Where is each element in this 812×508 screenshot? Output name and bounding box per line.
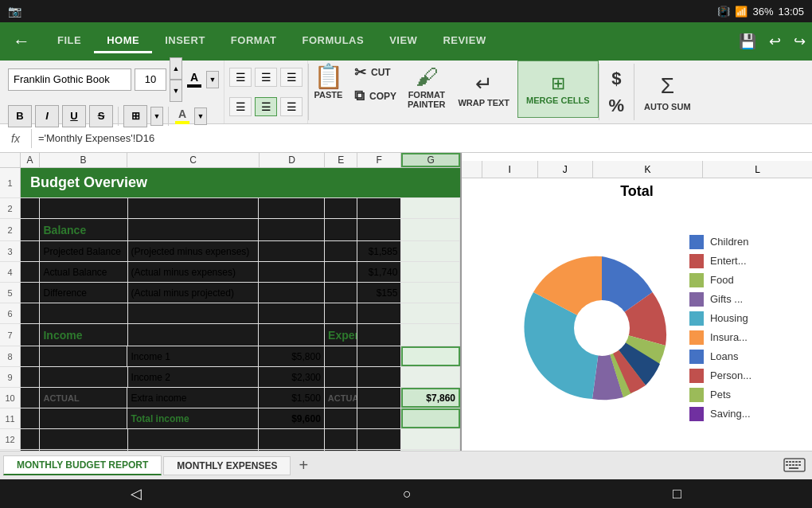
font-size-input[interactable]: [135, 68, 166, 91]
font-color-button[interactable]: A: [185, 69, 203, 89]
underline-button[interactable]: U: [62, 105, 86, 127]
align-left[interactable]: ☰: [229, 97, 252, 116]
cell-10b[interactable]: ACTUAL: [40, 388, 127, 408]
align-top-right[interactable]: ☰: [280, 68, 303, 87]
cell-9d[interactable]: $2,300: [259, 367, 325, 387]
cell-8a[interactable]: [21, 346, 40, 366]
redo-icon[interactable]: ↪: [794, 33, 806, 50]
tab-format[interactable]: Format: [218, 29, 290, 53]
cell-12g[interactable]: [401, 429, 460, 449]
cell-6e[interactable]: [325, 303, 357, 323]
cell-9c[interactable]: Income 2: [128, 367, 260, 387]
cell-9a[interactable]: [21, 367, 40, 387]
cell-5e[interactable]: [325, 283, 357, 303]
font-size-up[interactable]: ▲: [170, 57, 182, 80]
expenses-label[interactable]: Expenses: [325, 324, 357, 346]
cell-4a[interactable]: [21, 262, 40, 282]
cut-button[interactable]: ✂ CUT: [351, 62, 400, 83]
cell-6a[interactable]: [21, 303, 40, 323]
cell-3g[interactable]: [401, 241, 460, 261]
cell-3c[interactable]: (Projected minus expenses): [128, 241, 260, 261]
cell-11e[interactable]: [325, 408, 357, 428]
col-h-header[interactable]: [462, 161, 482, 178]
cell-7d[interactable]: [259, 324, 325, 346]
budget-header-cell[interactable]: Budget Overview: [21, 168, 460, 197]
tab-home[interactable]: Home: [94, 29, 152, 53]
cell-10d[interactable]: $1,500: [259, 388, 325, 408]
recents-nav-button[interactable]: □: [657, 483, 697, 506]
cell-6b[interactable]: [40, 303, 127, 323]
cell-8g[interactable]: [401, 346, 460, 366]
cell-13f[interactable]: [357, 450, 401, 451]
cell-12c[interactable]: [128, 429, 260, 449]
cell-2e[interactable]: [325, 198, 357, 218]
cell-11f[interactable]: [357, 408, 401, 428]
cell-13g[interactable]: [401, 450, 460, 451]
align-top-left[interactable]: ☰: [229, 68, 252, 87]
font-name-input[interactable]: [8, 68, 131, 91]
cell-13e[interactable]: [325, 450, 357, 451]
cell-11c[interactable]: Total income: [127, 408, 259, 428]
cell-4e[interactable]: [325, 262, 357, 282]
cell-10g[interactable]: $7,860: [401, 388, 460, 408]
cell-8f[interactable]: [357, 346, 401, 366]
autosum-button[interactable]: Σ AUTO SUM: [634, 61, 700, 123]
cell-3e[interactable]: [325, 241, 357, 261]
cell-11d[interactable]: $9,600: [259, 408, 325, 428]
cell-12b[interactable]: [40, 429, 127, 449]
cell-4g[interactable]: [401, 262, 460, 282]
cell-6f[interactable]: [357, 303, 401, 323]
cell-5c[interactable]: (Actual minus projected): [128, 283, 260, 303]
italic-button[interactable]: I: [35, 105, 59, 127]
save-icon[interactable]: 💾: [739, 33, 756, 50]
cell-4c[interactable]: (Actual minus expenses): [128, 262, 260, 282]
cell-3b[interactable]: Projected Balance: [40, 241, 127, 261]
cell-11b[interactable]: [40, 408, 127, 428]
highlight-color-button[interactable]: A: [174, 106, 191, 126]
cell-8e[interactable]: [325, 346, 357, 366]
cell-12d[interactable]: [259, 429, 325, 449]
cell-13d[interactable]: [259, 450, 325, 451]
font-size-down[interactable]: ▼: [170, 80, 182, 102]
cell-4b[interactable]: Actual Balance: [40, 262, 127, 282]
col-k-header[interactable]: K: [593, 161, 703, 178]
balance-label[interactable]: Balance: [40, 219, 127, 240]
col-f-header[interactable]: F: [357, 153, 401, 167]
align-top-center[interactable]: ☰: [255, 68, 277, 87]
cell-5g[interactable]: [401, 283, 460, 303]
cell-10a[interactable]: [21, 388, 40, 408]
cell-11g[interactable]: [401, 408, 460, 428]
tab-file[interactable]: File: [45, 29, 94, 53]
border-arrow[interactable]: ▼: [150, 107, 163, 126]
cell-13a[interactable]: [21, 450, 40, 451]
undo-icon[interactable]: ↩: [769, 33, 781, 50]
home-nav-button[interactable]: ○: [387, 483, 427, 506]
cell-10f[interactable]: [357, 388, 401, 408]
col-i-header[interactable]: I: [482, 161, 538, 178]
col-g-header[interactable]: G: [401, 153, 460, 167]
col-e-header[interactable]: E: [325, 153, 357, 167]
cell-6c[interactable]: [128, 303, 260, 323]
keyboard-button[interactable]: [780, 455, 809, 477]
align-right[interactable]: ☰: [280, 97, 303, 116]
cell-10c[interactable]: Extra income: [127, 388, 259, 408]
cell-5b[interactable]: Difference: [40, 283, 127, 303]
cell-9e[interactable]: [325, 367, 357, 387]
col-c-header[interactable]: C: [127, 153, 259, 167]
cell-6d[interactable]: [259, 303, 325, 323]
cell-11a[interactable]: [21, 408, 40, 428]
cell-3a[interactable]: [21, 241, 40, 261]
cell-8c[interactable]: Income 1: [127, 346, 259, 366]
cell-bd[interactable]: [259, 219, 325, 240]
sheet-tab-monthly-budget[interactable]: Monthly Budget Report: [3, 455, 162, 475]
col-a-header[interactable]: A: [21, 153, 40, 167]
col-j-header[interactable]: J: [538, 161, 594, 178]
col-b-header[interactable]: B: [40, 153, 127, 167]
paste-button[interactable]: 📋 PASTE: [309, 61, 348, 123]
cell-8d[interactable]: $5,800: [259, 346, 325, 366]
cell-3d[interactable]: [259, 241, 325, 261]
cell-bc[interactable]: [128, 219, 260, 240]
cell-4d[interactable]: [259, 262, 325, 282]
align-center[interactable]: ☰: [255, 97, 277, 116]
cell-ba[interactable]: [21, 219, 40, 240]
